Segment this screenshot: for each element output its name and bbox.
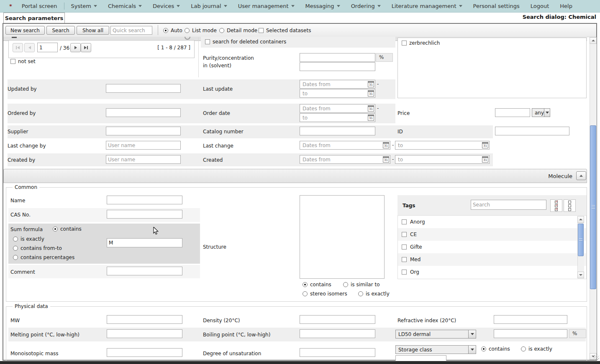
- sum-formula-radio-contains-from-to[interactable]: contains from-to: [13, 245, 62, 251]
- supplier-input[interactable]: [106, 127, 181, 135]
- radio-icon[interactable]: [303, 291, 308, 296]
- radio-icon[interactable]: [53, 227, 58, 232]
- tags-uncheck-all-button[interactable]: [564, 199, 576, 212]
- radio-icon[interactable]: [343, 282, 348, 287]
- last-change-to-date-input[interactable]: 31: [395, 141, 490, 150]
- checkbox-icon[interactable]: [402, 41, 407, 46]
- radio-icon[interactable]: [13, 255, 18, 260]
- menu-item-ordering[interactable]: Ordering: [346, 3, 386, 9]
- search-button[interactable]: Search: [46, 26, 75, 35]
- view-mode-radio-auto[interactable]: Auto: [163, 28, 182, 33]
- pager-prev-button[interactable]: [24, 43, 35, 52]
- radio-icon[interactable]: [521, 346, 526, 351]
- tab-search-parameters[interactable]: Search parameters: [3, 13, 65, 23]
- name-input[interactable]: [107, 196, 182, 204]
- boiling-point-input[interactable]: [300, 329, 375, 338]
- cas-no-input[interactable]: [107, 210, 182, 219]
- tag-row-gifte[interactable]: Gifte: [398, 241, 586, 253]
- menu-item-devices[interactable]: Devices: [147, 3, 185, 9]
- calendar-icon[interactable]: 31: [482, 156, 488, 163]
- selected-datasets-checkbox[interactable]: Selected datasets: [259, 28, 311, 33]
- menu-item-literature-management[interactable]: Literature management: [386, 3, 468, 9]
- menu-item-system[interactable]: System: [66, 3, 103, 9]
- ld50-dermal-select[interactable]: LD50 dermal: [395, 330, 476, 339]
- refractive-index-input[interactable]: [494, 315, 567, 324]
- checkbox-icon[interactable]: [402, 270, 407, 275]
- purity-input[interactable]: [300, 53, 375, 62]
- menu-item-lab-journal[interactable]: Lab journal: [185, 3, 232, 9]
- checkbox-icon[interactable]: [402, 219, 407, 224]
- last-change-by-input[interactable]: [106, 141, 181, 150]
- radio-icon[interactable]: [163, 28, 168, 33]
- menu-item-help[interactable]: Help: [554, 3, 578, 9]
- radio-icon[interactable]: [303, 282, 308, 287]
- show-all-button[interactable]: Show all: [77, 26, 109, 35]
- menu-item-logout[interactable]: Logout: [525, 3, 555, 9]
- storage-class-select[interactable]: Storage class: [395, 345, 476, 354]
- calendar-icon[interactable]: 31: [383, 142, 389, 148]
- calendar-icon[interactable]: 31: [383, 156, 389, 163]
- structure-radio-stereo-isomers[interactable]: stereo isomers: [303, 291, 347, 297]
- sum-formula-radio-is-exactly[interactable]: is exactly: [13, 236, 44, 242]
- tag-row-med[interactable]: Med: [398, 253, 586, 266]
- tags-scroll-up-button[interactable]: [577, 216, 584, 223]
- checkbox-icon[interactable]: [402, 244, 407, 249]
- tags-scroll-down-button[interactable]: [577, 272, 584, 278]
- pager-page-input[interactable]: [37, 43, 58, 52]
- pager-next-button[interactable]: [70, 43, 81, 52]
- checkbox-icon[interactable]: [205, 39, 210, 44]
- created-by-input[interactable]: [106, 155, 181, 164]
- price-unit-select[interactable]: any: [532, 108, 550, 117]
- structure-radio-is-exactly[interactable]: is exactly: [358, 291, 390, 297]
- calendar-icon[interactable]: 31: [368, 115, 374, 121]
- storage-class-radio-contains[interactable]: contains: [481, 346, 510, 352]
- last-update-to-date-input[interactable]: 31: [300, 89, 375, 98]
- storage-class-radio-is-exactly[interactable]: is exactly: [521, 346, 552, 352]
- structure-radio-is-similar-to[interactable]: is similar to: [343, 282, 380, 288]
- id-input[interactable]: [495, 127, 569, 135]
- quick-search-input[interactable]: [110, 26, 152, 35]
- tag-row-anorg[interactable]: Anorg: [398, 216, 586, 228]
- radio-icon[interactable]: [481, 346, 486, 351]
- updated-by-input[interactable]: [106, 84, 181, 93]
- ld50-input[interactable]: [494, 329, 567, 338]
- menu-item-home[interactable]: *: [5, 3, 16, 9]
- sum-formula-input[interactable]: [107, 238, 182, 247]
- last-change-from-date-input[interactable]: 31: [300, 141, 390, 150]
- storage-class-input[interactable]: [395, 355, 446, 361]
- created-to-field[interactable]: [397, 156, 482, 163]
- dropdown-arrow-icon[interactable]: [468, 346, 476, 354]
- view-mode-radio-detail-mode[interactable]: Detail mode: [219, 28, 257, 33]
- new-search-button[interactable]: New search: [5, 26, 45, 35]
- scroll-up-button[interactable]: [590, 37, 597, 44]
- radio-icon[interactable]: [358, 291, 363, 296]
- dropdown-arrow-icon[interactable]: [468, 330, 476, 338]
- checkbox-icon[interactable]: [402, 232, 407, 237]
- checkbox-icon[interactable]: [259, 28, 264, 33]
- radio-icon[interactable]: [13, 237, 18, 242]
- catalog-number-input[interactable]: [300, 127, 375, 135]
- order-date-to-field[interactable]: [302, 115, 368, 121]
- order-date-to-date-input[interactable]: 31: [300, 113, 375, 122]
- density-input[interactable]: [300, 315, 375, 324]
- pager-last-button[interactable]: [81, 43, 91, 52]
- menu-item-messaging[interactable]: Messaging: [300, 3, 346, 9]
- price-input[interactable]: [495, 108, 530, 117]
- order-date-from-date-input[interactable]: 31: [300, 104, 375, 113]
- last-change-from-field[interactable]: [302, 142, 383, 149]
- dropdown-arrow-icon[interactable]: [544, 109, 550, 117]
- melting-point-input[interactable]: [107, 329, 182, 338]
- tag-row-org[interactable]: Org: [398, 266, 586, 278]
- calendar-icon[interactable]: 31: [482, 142, 488, 148]
- structure-editor[interactable]: [300, 195, 385, 279]
- radio-icon[interactable]: [185, 28, 190, 33]
- created-from-field[interactable]: [302, 156, 383, 163]
- menu-item-portal-screen[interactable]: Portal screen: [16, 3, 63, 9]
- solvent-input[interactable]: [300, 62, 375, 71]
- scroll-thumb[interactable]: [590, 125, 596, 289]
- checkbox-icon[interactable]: [10, 59, 15, 64]
- calendar-icon[interactable]: 31: [368, 90, 374, 97]
- sum-formula-radio-contains[interactable]: contains: [53, 226, 82, 232]
- monoisotopic-mass-input[interactable]: [107, 348, 182, 357]
- created-from-date-input[interactable]: 31: [300, 155, 390, 164]
